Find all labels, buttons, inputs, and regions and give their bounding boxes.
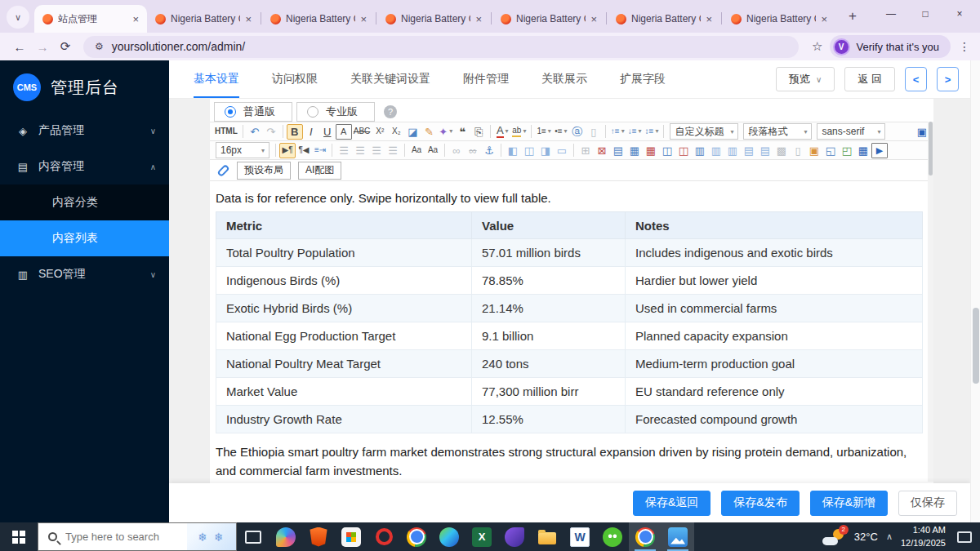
maximize-button[interactable]: □ <box>908 0 942 28</box>
tab-close-icon[interactable]: × <box>475 13 482 25</box>
anchor-link-icon[interactable]: ⓐ <box>569 124 586 140</box>
merge-cells-icon[interactable]: ▥ <box>692 143 708 158</box>
reload-icon[interactable]: ⟳ <box>54 36 77 57</box>
sidebar-item[interactable]: ▥SEO管理∨ <box>0 256 169 292</box>
align-left-icon[interactable]: ☰ <box>336 143 352 158</box>
sidebar-item[interactable]: 内容分类 <box>0 184 169 220</box>
browser-tab[interactable]: Nigeria Battery C× <box>262 5 375 33</box>
doc-icon[interactable]: ▯ <box>790 143 806 158</box>
split-row-icon[interactable]: ▤ <box>741 143 757 158</box>
layout-button[interactable]: 预设布局 <box>237 162 291 180</box>
paste-plain-icon[interactable]: ⎘ <box>470 124 487 140</box>
opera-icon[interactable] <box>368 522 400 551</box>
weather-icon[interactable]: 2 <box>822 527 846 548</box>
radio-icon[interactable] <box>225 106 236 118</box>
strikethrough-icon[interactable]: ABC <box>352 124 372 140</box>
font-size-select[interactable]: 16px▾ <box>216 142 270 158</box>
char-border-icon[interactable]: A <box>336 124 352 140</box>
custom-title-select[interactable]: 自定义标题▾ <box>670 123 738 140</box>
lowercase-icon[interactable]: Aa <box>425 143 441 158</box>
tab-search-button[interactable]: ∨ <box>7 6 29 29</box>
tray-chevron-icon[interactable]: ∧ <box>886 531 893 542</box>
tab-item[interactable]: 附件管理 <box>463 60 509 98</box>
sidebar-item[interactable]: ▤内容管理∧ <box>0 149 169 184</box>
format-brush-icon[interactable]: ✎ <box>421 124 437 140</box>
page-scrollbar-thumb[interactable] <box>973 308 979 384</box>
tab-close-icon[interactable]: × <box>360 13 367 25</box>
chrome-icon[interactable] <box>629 522 662 551</box>
layout-button[interactable]: AI配图 <box>298 162 341 180</box>
line-height-icon[interactable]: ↕≡▾ <box>644 124 661 140</box>
img-float-left-icon[interactable]: ◧ <box>505 143 521 158</box>
word-icon[interactable]: W <box>564 522 596 551</box>
unlink-icon[interactable]: ∞ <box>465 143 481 158</box>
merge-down-icon[interactable]: ▥ <box>724 143 741 158</box>
copilot-icon[interactable] <box>270 522 302 551</box>
html-source-icon[interactable]: HTML <box>213 124 239 140</box>
tab-active[interactable]: 基本设置 <box>194 60 239 98</box>
merge-right-icon[interactable]: ▥ <box>708 143 724 158</box>
preview-button[interactable]: 预览 ∨ <box>776 67 835 91</box>
align-right-icon[interactable]: ☰ <box>368 143 385 158</box>
blockquote-icon[interactable]: ❝ <box>454 124 470 140</box>
version-option[interactable]: 普通版 <box>214 102 292 122</box>
taskbar-search[interactable]: ❄ ❄ <box>38 522 237 551</box>
bold-icon[interactable]: B <box>287 124 303 140</box>
sidebar-item[interactable]: 内容列表 <box>0 220 169 256</box>
next-button[interactable]: > <box>937 67 959 91</box>
gallery-icon[interactable]: ◰ <box>839 143 855 158</box>
undo-icon[interactable]: ↶ <box>247 124 263 140</box>
autotypeset-icon[interactable]: ✦▾ <box>437 124 454 140</box>
editor-document[interactable]: Data is for reference only. Swipe horizo… <box>210 181 927 483</box>
start-button[interactable] <box>0 522 38 551</box>
brave-icon[interactable] <box>302 522 335 551</box>
page-scrollbar[interactable] <box>970 60 980 522</box>
redo-icon[interactable]: ↷ <box>263 124 279 140</box>
sidebar-item[interactable]: ◈产品管理∨ <box>0 113 169 149</box>
ltr-paragraph-icon[interactable]: ▶¶ <box>279 143 296 158</box>
insert-image-icon[interactable]: ▣ <box>806 143 822 158</box>
save-button[interactable]: 保存&发布 <box>721 491 799 516</box>
editor-scrollbar[interactable] <box>928 122 933 482</box>
address-bar[interactable]: ⚙ yoursolutioner.com/admin/ <box>83 36 799 58</box>
tab-item[interactable]: 扩展字段 <box>620 60 666 98</box>
search-input[interactable] <box>65 531 163 543</box>
img-float-right-icon[interactable]: ◨ <box>537 143 554 158</box>
insert-col-icon[interactable]: ◫ <box>659 143 675 158</box>
tab-close-icon[interactable]: × <box>245 13 252 25</box>
tab-item[interactable]: 关联关键词设置 <box>350 60 430 98</box>
ms-store-icon[interactable] <box>335 522 368 551</box>
insert-video-icon[interactable]: ▶ <box>871 143 888 158</box>
notification-icon[interactable] <box>957 531 972 543</box>
align-justify-icon[interactable]: ☰ <box>385 143 401 158</box>
image-edit-icon[interactable]: ◱ <box>822 143 839 158</box>
new-tab-button[interactable]: + <box>842 6 863 27</box>
wechat-icon[interactable] <box>596 522 629 551</box>
clear-float-icon[interactable]: ▭ <box>554 143 570 158</box>
superscript-icon[interactable]: X² <box>372 124 388 140</box>
clock[interactable]: 1:40 AM 12/19/2025 <box>901 524 946 549</box>
browser-tab[interactable]: Nigeria Battery C× <box>723 5 835 33</box>
tab-close-icon[interactable]: × <box>821 13 827 25</box>
task-view-icon[interactable] <box>237 522 270 551</box>
table-settings-icon[interactable]: ▦ <box>855 143 871 158</box>
font-family-select[interactable]: sans-serif▾ <box>817 123 885 140</box>
ordered-list-icon[interactable]: 1≡▾ <box>535 124 552 140</box>
forward-icon[interactable]: → <box>31 36 54 57</box>
eraser-icon[interactable]: ◪ <box>404 124 421 140</box>
snowflake-weather-icon[interactable]: ❄ ❄ <box>187 523 236 550</box>
return-button[interactable]: 返 回 <box>844 67 895 91</box>
save-button[interactable]: 保存&新增 <box>810 491 888 516</box>
chrome-icon[interactable] <box>400 522 433 551</box>
table-grid-icon[interactable]: ▩ <box>773 143 790 158</box>
underline-icon[interactable]: U <box>319 124 336 140</box>
minimize-button[interactable]: — <box>874 0 908 28</box>
delete-col-icon[interactable]: ◫ <box>675 143 692 158</box>
tab-close-icon[interactable]: × <box>590 13 597 25</box>
split-col-icon[interactable]: ▤ <box>757 143 773 158</box>
tab-item[interactable]: 关联展示 <box>541 60 587 98</box>
excel-icon[interactable]: X <box>466 522 498 551</box>
browser-tab[interactable]: Nigeria Battery C× <box>377 5 490 33</box>
version-option[interactable]: 专业版 <box>296 102 375 122</box>
unordered-list-icon[interactable]: •≡▾ <box>553 124 569 140</box>
